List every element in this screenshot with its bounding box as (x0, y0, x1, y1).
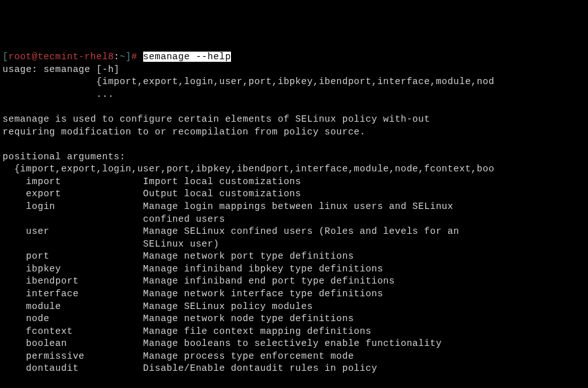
arg-interface-desc: Manage network interface type definition… (79, 289, 383, 299)
arg-ibpkey-name: ibpkey (3, 264, 61, 274)
arg-ibendport-desc: Manage infiniband end port type definiti… (79, 276, 395, 286)
arg-port-desc: Manage network port type definitions (50, 251, 354, 261)
arg-ibendport-name: ibendport (3, 276, 79, 286)
arg-login-name: login (3, 201, 55, 212)
arg-import-name: import (3, 176, 61, 187)
arg-module-name: module (3, 301, 61, 312)
prompt-bracket-open: [ (3, 52, 8, 62)
arg-export-name: export (3, 189, 61, 199)
prompt-path: ~ (120, 52, 125, 62)
arg-export-desc: Output local customizations (61, 189, 301, 199)
usage-subcommands: {import,export,login,user,port,ibpkey,ib… (3, 76, 494, 87)
arg-user-cont-desc: SELinux user) (3, 239, 219, 249)
description-line-1: semanage is used to configure certain el… (3, 114, 430, 124)
arg-interface-name: interface (3, 289, 79, 299)
arg-fcontext-desc: Manage file context mapping definitions (73, 326, 371, 336)
arg-node-name: node (3, 313, 50, 324)
arg-login-cont-desc: confined users (3, 214, 225, 224)
usage-line: usage: semanage [-h] (3, 64, 120, 75)
prompt-user-host: root@tecmint-rhel8 (8, 52, 114, 62)
arg-boolean-desc: Manage booleans to selectively enable fu… (67, 338, 442, 348)
arg-permissive-desc: Manage process type enforcement mode (85, 351, 354, 361)
arg-ibpkey-desc: Manage infiniband ibpkey type definition… (61, 264, 383, 274)
positional-list: {import,export,login,user,port,ibpkey,ib… (3, 164, 494, 174)
prompt-colon: : (114, 52, 120, 62)
arg-dontaudit-name: dontaudit (3, 363, 79, 373)
arg-login-desc: Manage login mappings between linux user… (55, 201, 454, 212)
arg-dontaudit-desc: Disable/Enable dontaudit rules in policy (79, 363, 377, 373)
arg-boolean-name: boolean (3, 338, 67, 348)
arg-module-desc: Manage SELinux policy modules (61, 301, 313, 312)
usage-dots: ... (3, 89, 114, 99)
description-line-2: requiring modification to or recompilati… (3, 127, 366, 137)
command-text: semanage --help (143, 52, 231, 62)
arg-user-name: user (3, 226, 50, 236)
arg-user-desc: Manage SELinux confined users (Roles and… (50, 226, 459, 236)
arg-port-name: port (3, 251, 50, 261)
arg-permissive-name: permissive (3, 351, 85, 361)
arg-fcontext-name: fcontext (3, 326, 73, 336)
positional-header: positional arguments: (3, 152, 125, 162)
arg-import-desc: Import local customizations (61, 176, 301, 187)
terminal-output[interactable]: [root@tecmint-rhel8:~]# semanage --help … (3, 51, 585, 388)
arg-node-desc: Manage network node type definitions (50, 313, 354, 324)
prompt-hash: # (131, 52, 143, 62)
